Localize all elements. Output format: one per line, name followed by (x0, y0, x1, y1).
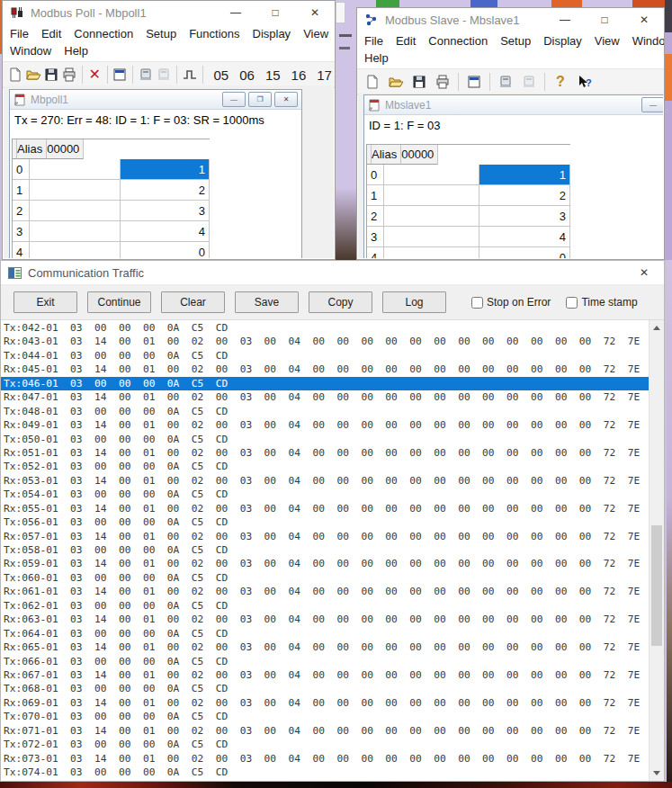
log-line[interactable]: Tx:044-01 03 00 00 00 0A C5 CD (4, 349, 649, 363)
log-line[interactable]: Tx:056-01 03 00 00 00 0A C5 CD (4, 515, 649, 529)
child-minimize-button[interactable]: — (641, 97, 663, 112)
log-line[interactable]: Rx:065-01 03 14 00 01 00 02 00 03 00 04 … (4, 640, 649, 654)
traffic-action-button[interactable]: Copy (309, 291, 372, 313)
log-line[interactable]: Tx:042-01 03 00 00 00 0A C5 CD (4, 321, 649, 335)
log-line[interactable]: Tx:054-01 03 00 00 00 0A C5 CD (4, 488, 649, 501)
grid-header-cell[interactable]: Alias (372, 145, 401, 165)
disconnect-icon[interactable]: ✕ (87, 64, 103, 85)
log-line[interactable]: Rx:045-01 03 14 00 01 00 02 00 03 00 04 … (4, 363, 649, 376)
menu-item[interactable]: File (10, 25, 29, 42)
log-line[interactable]: Tx:062-01 03 00 00 00 0A C5 CD (4, 599, 649, 613)
print-icon[interactable] (432, 71, 453, 93)
menu-item[interactable]: Window (632, 32, 665, 49)
traffic-action-button[interactable]: Clear (161, 291, 225, 313)
log-line[interactable]: Tx:050-01 03 00 00 00 0A C5 CD (4, 433, 649, 446)
log-line[interactable]: Tx:048-01 03 00 00 00 0A C5 CD (4, 405, 649, 418)
log-line[interactable]: Tx:052-01 03 00 00 00 0A C5 CD (4, 460, 649, 473)
open-file-icon[interactable] (25, 64, 41, 85)
child-close-button[interactable]: ✕ (274, 92, 298, 107)
display-communication-icon[interactable] (495, 71, 516, 93)
log-line[interactable]: Rx:055-01 03 14 00 01 00 02 00 03 00 04 … (4, 502, 649, 515)
scroll-down-icon[interactable] (653, 771, 660, 775)
log-line[interactable]: Tx:072-01 03 00 00 00 0A C5 CD (4, 738, 649, 751)
checkbox-input[interactable] (566, 297, 578, 309)
log-line[interactable]: Rx:073-01 03 14 00 01 00 02 00 03 00 04 … (4, 752, 649, 766)
row-header-cell[interactable]: 1 (367, 185, 384, 206)
menu-item[interactable]: File (364, 32, 383, 49)
log-line[interactable]: Rx:071-01 03 14 00 01 00 02 00 03 00 04 … (4, 724, 649, 738)
log-line[interactable]: Tx:066-01 03 00 00 00 0A C5 CD (4, 655, 649, 668)
child-minimize-button[interactable]: — (222, 92, 246, 107)
alias-cell[interactable] (384, 185, 479, 206)
maximize-button[interactable]: □ (255, 1, 295, 24)
alias-cell[interactable] (30, 180, 121, 201)
log-line[interactable]: Tx:068-01 03 00 00 00 0A C5 CD (4, 682, 649, 695)
menu-item[interactable]: Connection (428, 32, 488, 49)
grid-header-cell[interactable]: 00000 (47, 139, 84, 159)
value-cell[interactable]: 4 (479, 227, 570, 247)
log-line[interactable]: Tx:058-01 03 00 00 00 0A C5 CD (4, 543, 649, 557)
row-header-cell[interactable]: 1 (13, 180, 30, 201)
menu-item[interactable]: View (303, 25, 328, 42)
save-icon[interactable] (408, 71, 430, 93)
traffic-action-button[interactable]: Continue (87, 291, 151, 313)
row-header-cell[interactable]: 2 (367, 206, 384, 227)
log-line[interactable]: Tx:046-01 03 00 00 00 0A C5 CD (1, 377, 649, 390)
alias-cell[interactable] (384, 165, 479, 185)
log-line[interactable]: Rx:057-01 03 14 00 01 00 02 00 03 00 04 … (4, 530, 649, 543)
value-cell[interactable]: 4 (121, 221, 210, 242)
scrollbar-thumb[interactable] (651, 525, 662, 646)
row-header-cell[interactable]: 3 (13, 221, 30, 242)
vertical-scrollbar[interactable] (649, 320, 664, 781)
row-header-cell[interactable]: 2 (13, 201, 30, 221)
open-file-icon[interactable] (385, 71, 407, 93)
value-cell[interactable]: 1 (479, 165, 570, 185)
menu-item[interactable]: View (595, 32, 620, 49)
alias-cell[interactable] (30, 201, 121, 221)
context-help-icon[interactable]: ? (573, 71, 595, 93)
child-restore-button[interactable]: ❐ (248, 92, 272, 107)
alias-cell[interactable] (30, 221, 121, 242)
log-line[interactable]: Rx:061-01 03 14 00 01 00 02 00 03 00 04 … (4, 585, 649, 598)
log-line[interactable]: Rx:063-01 03 14 00 01 00 02 00 03 00 04 … (4, 613, 649, 626)
row-header-cell[interactable]: 4 (13, 242, 30, 258)
log-line[interactable]: Rx:075-01 03 14 00 01 00 02 00 03 00 04 … (4, 779, 649, 781)
log-line[interactable]: Tx:064-01 03 00 00 00 0A C5 CD (4, 627, 649, 640)
menu-item[interactable]: Functions (189, 25, 239, 42)
pulse-icon[interactable] (182, 64, 198, 85)
traffic-action-button[interactable]: Exit (13, 291, 77, 313)
menu-item[interactable]: Connection (74, 25, 133, 42)
alias-cell[interactable] (30, 242, 121, 258)
log-line[interactable]: Tx:070-01 03 00 00 00 0A C5 CD (4, 710, 649, 723)
poll-definition-icon[interactable] (138, 64, 154, 85)
function-code-button[interactable]: 06 (237, 67, 257, 83)
value-cell[interactable]: 2 (479, 185, 570, 206)
row-header-cell[interactable]: 4 (367, 247, 384, 258)
value-cell[interactable]: 3 (479, 206, 570, 227)
alias-cell[interactable] (30, 159, 121, 180)
function-code-button[interactable]: 05 (211, 67, 232, 83)
function-code-button[interactable]: 16 (289, 67, 309, 83)
log-line[interactable]: Rx:059-01 03 14 00 01 00 02 00 03 00 04 … (4, 557, 649, 570)
traffic-action-button[interactable]: Log (382, 291, 446, 313)
log-line[interactable]: Rx:051-01 03 14 00 01 00 02 00 03 00 04 … (4, 446, 649, 460)
value-cell[interactable]: 3 (121, 201, 210, 221)
close-button[interactable]: ✕ (624, 261, 664, 284)
menu-item[interactable]: Setup (500, 32, 531, 49)
menu-item[interactable]: Display (543, 32, 582, 49)
value-cell[interactable]: 0 (121, 242, 210, 258)
row-header-cell[interactable]: 3 (367, 227, 384, 247)
log-line[interactable]: Tx:060-01 03 00 00 00 0A C5 CD (4, 571, 649, 585)
menu-item[interactable]: Help (64, 42, 88, 59)
log-line[interactable]: Rx:053-01 03 14 00 01 00 02 00 03 00 04 … (4, 474, 649, 488)
grid-header-cell[interactable]: 00000 (401, 145, 438, 165)
new-file-icon[interactable] (362, 71, 383, 93)
close-button[interactable]: ✕ (624, 8, 664, 31)
row-header-cell[interactable]: 0 (367, 165, 384, 185)
alias-cell[interactable] (384, 247, 479, 258)
checkbox-input[interactable] (471, 297, 483, 309)
display-communication-icon[interactable] (156, 64, 172, 85)
function-code-button[interactable]: 15 (263, 67, 283, 83)
save-icon[interactable] (43, 64, 59, 85)
alias-cell[interactable] (384, 206, 479, 227)
